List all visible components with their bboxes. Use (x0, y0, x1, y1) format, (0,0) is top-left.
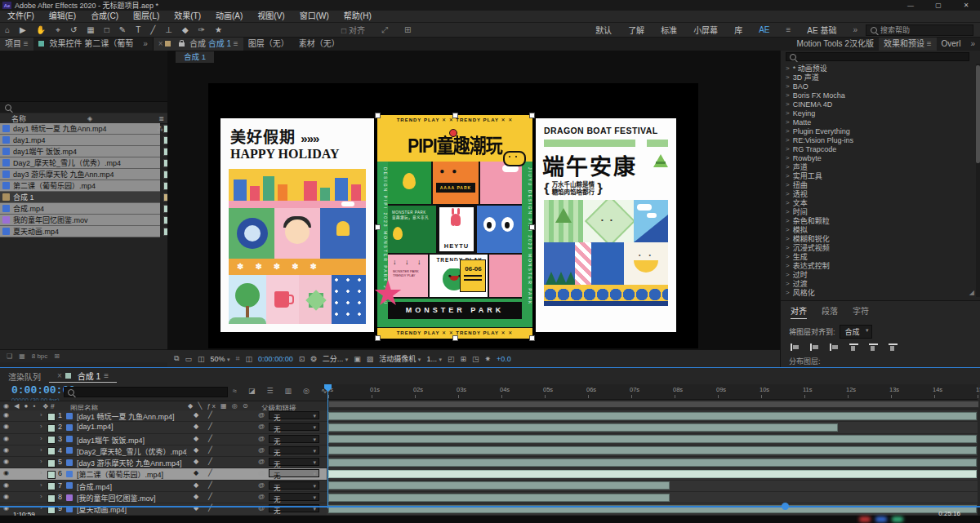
expand-arrow-icon[interactable]: > (786, 244, 790, 251)
roi-icon[interactable]: ▣ (354, 355, 361, 363)
parent-select[interactable]: 无▾ (269, 411, 319, 419)
effects-category-row[interactable]: > Plugin Everything (781, 126, 975, 135)
tool-button[interactable]: ◆ (177, 23, 194, 37)
expand-arrow-icon[interactable]: > (786, 64, 790, 72)
layer-duration-bar[interactable] (328, 481, 670, 490)
quality-switch-icon[interactable]: ◆ (194, 493, 198, 500)
align-to-select[interactable]: 合成▾ (840, 325, 872, 339)
timeline-layer-row[interactable]: ◉ › 7 [合成.mp4] ◆ ╱ @ 无▾ (0, 481, 327, 492)
resolution-select[interactable]: 二分... ▾ (323, 353, 349, 364)
zoom-tool-icon[interactable]: ⤢ (373, 25, 396, 35)
reset-exposure-icon[interactable]: ✷ (485, 355, 492, 363)
menu-item[interactable]: 帮助(H) (336, 11, 379, 22)
tab-align[interactable]: 对齐 (791, 304, 807, 319)
expander-icon[interactable]: › (40, 446, 42, 454)
expand-arrow-icon[interactable]: > (786, 154, 790, 162)
timeline-layer-row[interactable]: ◉ › 2 [day1.mp4] ◆ ╱ @ 无▾ (0, 422, 327, 433)
expander-icon[interactable]: › (40, 469, 42, 476)
expand-arrow-icon[interactable]: > (786, 226, 790, 233)
tab-motion-tools[interactable]: Motion Tools 2汉化版 (792, 38, 879, 51)
player-progress-handle[interactable] (782, 503, 789, 510)
tab-overflow-icon-right[interactable]: » (965, 38, 980, 51)
effects-category-row[interactable]: > 透视 (781, 189, 975, 198)
expand-arrow-icon[interactable]: > (786, 280, 790, 287)
project-item-row[interactable]: 合成 1 (0, 192, 160, 203)
align-left-button[interactable] (791, 343, 800, 351)
tool-button[interactable]: ↺ (65, 23, 82, 37)
expander-icon[interactable]: › (40, 435, 42, 442)
parent-select[interactable]: 无▾ (269, 458, 319, 466)
pickwhip-icon[interactable]: @ (258, 446, 265, 454)
expander-icon[interactable]: › (40, 481, 42, 489)
tool-button[interactable]: ⌖ (51, 23, 65, 37)
tool-button[interactable]: ★ (210, 23, 227, 37)
project-item-row[interactable]: day1.mp4 (0, 135, 160, 146)
project-item-row[interactable]: day1端午 饭饭.mp4 (0, 146, 160, 157)
menu-item[interactable]: 视图(V) (250, 11, 292, 22)
visibility-eye-icon[interactable]: ◉ (3, 435, 9, 442)
project-item-row[interactable]: 合成.mp4 (0, 203, 160, 215)
timeline-control-icon[interactable]: ▥ (285, 387, 292, 395)
visibility-eye-icon[interactable]: ◉ (3, 446, 9, 454)
effects-category-row[interactable]: > 过时 (781, 270, 975, 279)
effects-category-row[interactable]: > Boris FX Mocha (781, 91, 975, 100)
tab-footage[interactable]: 素材（无） (294, 38, 345, 51)
effects-category-row[interactable]: > BAO (781, 82, 975, 91)
menu-item[interactable]: 编辑(E) (42, 11, 83, 22)
view-layout-select[interactable]: 1... ▾ (426, 355, 442, 363)
effects-category-row[interactable]: > 杂色和颗粒 (781, 216, 975, 225)
effects-category-row[interactable]: > 沉浸式视频 (781, 243, 975, 252)
tool-button[interactable]: ╱ (145, 23, 160, 37)
selection-handle[interactable] (529, 113, 535, 118)
quality-switch-icon[interactable]: ◆ (194, 481, 198, 489)
tool-button[interactable]: ▶ (15, 23, 31, 37)
menu-item[interactable]: 文件(F) (0, 11, 42, 22)
expand-arrow-icon[interactable]: > (786, 289, 790, 296)
expand-arrow-icon[interactable]: > (786, 73, 790, 81)
align-right-button[interactable] (830, 343, 839, 351)
expand-arrow-icon[interactable]: > (786, 181, 790, 188)
menu-item[interactable]: 图层(L) (126, 11, 167, 22)
selection-handle[interactable] (375, 113, 381, 118)
selection-handle[interactable] (452, 113, 458, 118)
visibility-eye-icon[interactable]: ◉ (3, 411, 9, 419)
pickwhip-icon[interactable]: @ (258, 458, 265, 465)
project-item-row[interactable]: Day2_摩天轮_雪儿（优秀）.mp4 (0, 157, 160, 169)
snapshot-icon[interactable]: ⊡ (299, 355, 305, 363)
tool-button[interactable]: ⌂ (0, 23, 15, 37)
quality-switch-icon[interactable]: ◆ (194, 423, 198, 430)
fx-switch-icon[interactable]: ╱ (208, 469, 212, 476)
pickwhip-icon[interactable]: @ (258, 493, 265, 500)
layer-label-chip[interactable] (47, 424, 56, 432)
visibility-eye-icon[interactable]: ◉ (3, 481, 9, 489)
quality-switch-icon[interactable]: ◆ (194, 458, 198, 465)
fx-switch-icon[interactable]: ╱ (208, 446, 212, 454)
menu-item[interactable]: 窗口(W) (292, 11, 336, 22)
selection-handle[interactable] (375, 224, 381, 230)
minimize-button[interactable]: — (897, 0, 924, 11)
visibility-eye-icon[interactable]: ◉ (3, 469, 9, 476)
expand-arrow-icon[interactable]: > (786, 199, 790, 206)
workspace-button[interactable]: 默认 (587, 24, 620, 36)
transparency-grid-icon[interactable]: ▨ (367, 355, 374, 363)
work-area-bar[interactable] (328, 401, 979, 408)
expand-arrow-icon[interactable]: > (786, 235, 790, 242)
fx-switch-icon[interactable]: ╱ (208, 435, 212, 442)
workspace-ae[interactable]: AE (751, 25, 777, 34)
tab-layer[interactable]: 图层（无） (243, 38, 294, 51)
fx-switch-icon[interactable]: ╱ (208, 423, 212, 430)
camera-select[interactable]: 活动摄像机 ▾ (379, 353, 421, 364)
channels-icon[interactable]: ❂ (310, 355, 317, 363)
close-button[interactable]: ✕ (952, 0, 980, 11)
effects-category-row[interactable]: > CINEMA 4D (781, 100, 975, 109)
pickwhip-icon[interactable]: @ (258, 481, 265, 489)
expand-arrow-icon[interactable]: > (786, 217, 790, 224)
workspace-menu-icon[interactable]: ≡ (777, 25, 799, 34)
expand-arrow-icon[interactable]: > (786, 208, 790, 215)
workspace-more-icon[interactable]: » (844, 25, 866, 34)
poster-pipi-trendy-play[interactable]: TRENDY PLAY ✕ ✕ TRENDY PLAY ✕ ✕ PIPI童趣潮玩… (377, 115, 532, 339)
quality-switch-icon[interactable]: ◆ (194, 411, 198, 419)
project-footer-icon[interactable]: 8 bpc (32, 352, 48, 360)
display-icon[interactable]: ▭ (185, 355, 192, 363)
parent-select[interactable]: 无▾ (269, 435, 319, 443)
